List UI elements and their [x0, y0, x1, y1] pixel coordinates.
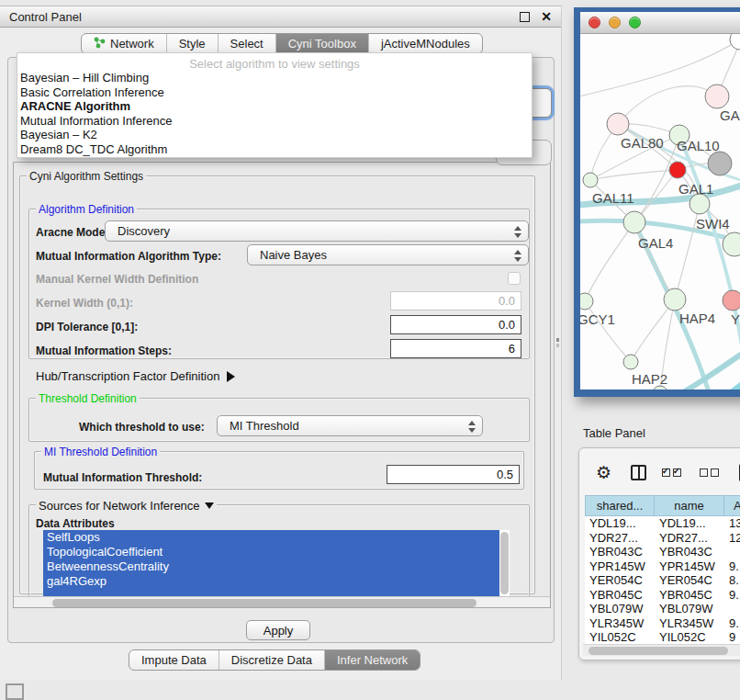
network-node-label: GAL10 [677, 138, 720, 153]
which-threshold-combo[interactable]: MI Threshold [217, 415, 483, 436]
close-panel-icon[interactable]: ✕ [541, 10, 552, 23]
data-attribute-item[interactable]: TopologicalCoefficient [43, 545, 510, 559]
apply-button[interactable]: Apply [246, 620, 310, 640]
table-horizontal-scrollbar[interactable] [583, 644, 740, 656]
network-node[interactable] [730, 34, 740, 50]
settings-vertical-scrollbar[interactable] [550, 163, 551, 596]
data-attribute-item[interactable]: BetweennessCentrality [43, 559, 510, 574]
tab-network[interactable]: Network [82, 34, 166, 53]
algorithm-dropdown-item[interactable]: ARACNE Algorithm [17, 99, 532, 114]
network-icon [94, 37, 106, 51]
combo-stepper-icon [513, 249, 521, 263]
algorithm-dropdown-item[interactable]: Dream8 DC_TDC Algorithm [17, 142, 532, 157]
data-attribute-item[interactable]: gal4RGexp [43, 574, 510, 589]
split-columns-icon[interactable] [631, 465, 646, 480]
network-node[interactable] [708, 152, 732, 175]
network-node-label: HAP2 [632, 371, 667, 387]
cyni-algorithm-settings-title: Cyni Algorithm Settings [27, 170, 146, 183]
data-attribute-item[interactable]: SelfLoops [43, 530, 510, 545]
close-traffic-light-icon[interactable] [589, 17, 600, 28]
tab-style[interactable]: Style [166, 34, 218, 53]
manual-kernel-width-label: Manual Kernel Width Definition [36, 273, 198, 286]
network-node-HAP4[interactable] [664, 288, 686, 310]
algorithm-dropdown-list: Bayesian – Hill ClimbingBasic Correlatio… [17, 71, 532, 156]
network-node-label: SWI4 [696, 216, 730, 231]
mi-threshold-label: Mutual Information Threshold: [43, 471, 202, 484]
network-node-label: GCY1 [580, 311, 615, 327]
mi-steps-label: Mutual Information Steps: [36, 344, 172, 357]
kernel-width-label: Kernel Width (0,1): [36, 297, 133, 310]
tab-select[interactable]: Select [218, 34, 275, 53]
table-row[interactable]: YPR145W YPR145W 9. [585, 559, 740, 574]
minimize-traffic-light-icon[interactable] [609, 17, 621, 28]
aracne-mode-combo[interactable]: Discovery [105, 220, 529, 242]
mi-steps-field[interactable]: 6 [390, 339, 521, 358]
aracne-mode-label: Aracne Mode: [36, 226, 108, 239]
network-node-GAL1[interactable] [669, 162, 686, 178]
table-row[interactable]: YDL19... YDL19... 13 [585, 516, 740, 531]
algorithm-dropdown-item[interactable]: Mutual Information Inference [17, 114, 532, 129]
data-attributes-label: Data Attributes [36, 517, 115, 530]
tab-infer-network[interactable]: Infer Network [324, 650, 420, 670]
network-node-GAL[interactable] [705, 85, 729, 108]
sources-title[interactable]: Sources for Network Inference [36, 499, 217, 513]
tab-discretize-data[interactable]: Discretize Data [219, 650, 324, 670]
network-node-GAL4[interactable] [623, 211, 645, 233]
float-panel-icon[interactable] [520, 12, 530, 22]
network-node-Y[interactable] [723, 290, 740, 310]
minimized-panel-icon[interactable] [6, 683, 24, 700]
dpi-tolerance-field[interactable]: 0.0 [390, 315, 521, 334]
manual-kernel-width-checkbox[interactable] [508, 272, 521, 285]
control-panel-tabbar: Network Style Select Cyni Toolbox jActiv… [81, 33, 483, 54]
table-row[interactable]: YLR345W YLR345W 9. [585, 616, 740, 631]
deselect-all-checkboxes-icon[interactable] [700, 469, 722, 477]
tab-network-label: Network [110, 37, 154, 51]
table-row[interactable]: YBL079W YBL079W [585, 602, 740, 616]
network-canvas[interactable]: GALGAL80GAL10GAL1GAL11SWI4GAL4GCY1HAP4YH… [580, 34, 740, 390]
combo-stepper-icon [513, 225, 521, 239]
tab-impute-data[interactable]: Impute Data [129, 650, 219, 670]
dpi-tolerance-label: DPI Tolerance [0,1]: [36, 321, 138, 333]
tab-cyni-toolbox[interactable]: Cyni Toolbox [275, 34, 368, 53]
network-node-SWI4[interactable] [690, 194, 710, 214]
table-header: shared... name A [585, 495, 740, 516]
table-row[interactable]: YIL052C YIL052C 9 [585, 630, 740, 644]
select-all-checkboxes-icon[interactable] [662, 469, 684, 477]
table-row[interactable]: YER054C YER054C 8. [585, 573, 740, 588]
attribute-list-scrollbar[interactable] [499, 530, 510, 596]
zoom-traffic-light-icon[interactable] [629, 17, 641, 28]
column-header-partial[interactable]: A [724, 495, 740, 516]
panel-divider-grip[interactable] [555, 338, 560, 348]
table-row[interactable]: YBR043C YBR043C [585, 545, 740, 559]
table-panel-window: ⚙ shared... name A YDL19... YDL19... 13 … [578, 447, 740, 660]
network-node-GCY1[interactable] [580, 293, 593, 310]
tab-jactivemnodules[interactable]: jActiveMNodules [368, 34, 482, 53]
settings-scrollpane: Cyni Algorithm Settings Algorithm Defini… [13, 162, 551, 608]
algorithm-dropdown-item[interactable]: Bayesian – K2 [17, 128, 532, 142]
column-header-name[interactable]: name [655, 495, 724, 516]
table-panel-title: Table Panel [583, 426, 645, 440]
table-row[interactable]: YDR27... YDR27... 12 [585, 531, 740, 546]
network-graph: GALGAL80GAL10GAL1GAL11SWI4GAL4GCY1HAP4YH… [580, 34, 740, 390]
control-panel-window: Control Panel ✕ Network Style Select Cyn… [0, 6, 562, 680]
network-node-label: GAL11 [592, 190, 634, 206]
settings-gear-icon[interactable]: ⚙ [596, 464, 611, 481]
network-node-GAL80[interactable] [607, 113, 629, 135]
combo-stepper-icon [467, 420, 476, 434]
network-node-label: HAP4 [679, 310, 715, 326]
mi-algorithm-type-combo[interactable]: Naive Bayes [247, 244, 529, 265]
network-node-label: GAL80 [621, 135, 664, 151]
data-attributes-items: SelfLoopsTopologicalCoefficientBetweenne… [43, 530, 510, 589]
network-node-HAP2[interactable] [623, 355, 638, 369]
settings-horizontal-scrollbar[interactable] [14, 596, 550, 608]
application-background: Control Panel ✕ Network Style Select Cyn… [0, 0, 740, 700]
network-window-titlebar[interactable] [580, 12, 740, 34]
mi-threshold-field[interactable]: 0.5 [387, 465, 520, 484]
table-row[interactable]: YBR045C YBR045C 9. [585, 588, 740, 603]
algorithm-dropdown-item[interactable]: Basic Correlation Inference [17, 85, 532, 100]
hub-definition-expander[interactable]: Hub/Transcription Factor Definition [36, 369, 235, 383]
algorithm-dropdown-item[interactable]: Bayesian – Hill Climbing [17, 71, 532, 85]
kernel-width-field[interactable]: 0.0 [390, 291, 521, 310]
network-node-GAL11[interactable] [583, 173, 598, 187]
column-header-shared-name[interactable]: shared... [585, 495, 655, 516]
